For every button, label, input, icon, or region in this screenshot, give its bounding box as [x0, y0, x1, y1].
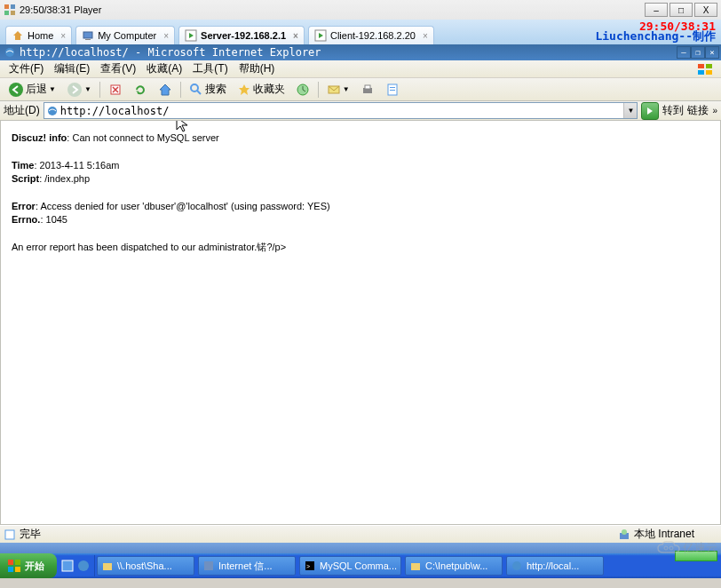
errno-text: : 1045: [40, 214, 67, 225]
go-button[interactable]: [641, 102, 659, 120]
quick-launch: [57, 555, 95, 576]
svg-rect-20: [365, 85, 370, 89]
info-text: : Can not connect to MySQL server: [67, 132, 218, 143]
ie-minimize-button[interactable]: –: [677, 46, 691, 59]
favorites-button[interactable]: 收藏夹: [233, 81, 289, 99]
ie-title-text: http://localhost/ - Microsoft Internet E…: [20, 46, 321, 59]
time-label: Time: [12, 160, 34, 171]
show-desktop-icon[interactable]: [60, 559, 75, 573]
vm-tab-server[interactable]: Server-192.168.2.1 ×: [178, 26, 305, 44]
search-button[interactable]: 搜索: [185, 81, 231, 99]
tab-close-icon[interactable]: ×: [60, 31, 66, 41]
time-text: : 2013-4-11 5:16am: [34, 160, 119, 171]
history-button[interactable]: [291, 81, 314, 99]
taskbar-item[interactable]: http://local...: [506, 556, 604, 576]
player-icon: [4, 4, 16, 16]
svg-point-33: [78, 560, 89, 571]
windows-taskbar: 开始 \\.host\Sha... Internet 信... > MySQL …: [0, 553, 721, 578]
menu-help[interactable]: 帮助(H): [234, 60, 281, 78]
refresh-button[interactable]: [129, 81, 152, 99]
svg-point-14: [67, 83, 82, 97]
ie-restore-button[interactable]: ❐: [691, 46, 705, 59]
done-icon: [4, 528, 16, 541]
print-button[interactable]: [356, 81, 379, 99]
taskbar-item[interactable]: Internet 信...: [198, 556, 296, 576]
ie-icon: [511, 560, 523, 572]
iis-icon: [202, 560, 215, 572]
links-label[interactable]: 链接: [687, 103, 709, 118]
forward-button[interactable]: ▼: [62, 81, 96, 99]
address-input[interactable]: [60, 103, 624, 118]
ie-window-controls: – ❐ ×: [677, 46, 719, 59]
tab-label: Client-192.168.2.20: [330, 30, 416, 41]
computer-icon: [82, 29, 94, 42]
svg-rect-10: [706, 64, 712, 68]
menu-view[interactable]: 查看(V): [95, 60, 141, 78]
ie-addressbar: 地址(D) ▼ 转到 链接 »: [0, 101, 721, 121]
tab-label: My Computer: [98, 30, 156, 41]
status-text: 完毕: [20, 527, 41, 542]
menu-favorites[interactable]: 收藏(A): [141, 60, 187, 78]
menu-file[interactable]: 文件(F): [4, 60, 49, 78]
menu-tools[interactable]: 工具(T): [187, 60, 233, 78]
taskbar-item[interactable]: C:\Inetpub\w...: [405, 556, 503, 576]
vm-tab-client[interactable]: Client-192.168.2.20 ×: [308, 26, 434, 44]
start-button[interactable]: 开始: [0, 553, 57, 578]
task-label: Internet 信...: [218, 560, 273, 573]
task-label: \\.host\Sha...: [117, 560, 172, 571]
menu-edit[interactable]: 编辑(E): [49, 60, 95, 78]
svg-rect-22: [390, 87, 395, 88]
ie-close-button[interactable]: ×: [705, 46, 719, 59]
tab-close-icon[interactable]: ×: [423, 31, 428, 41]
mail-button[interactable]: ▼: [322, 81, 354, 99]
stop-icon: [108, 83, 123, 97]
edit-button[interactable]: [381, 81, 404, 99]
dropdown-icon: ▼: [49, 85, 56, 93]
vm-tab-bar: 29:50/38:31 Liuchenchang--制作 Home × My C…: [0, 20, 721, 44]
tab-label: Home: [28, 30, 53, 41]
player-titlebar: 29:50/38:31 Player – □ X: [0, 0, 721, 20]
back-arrow-icon: [8, 82, 24, 98]
svg-point-13: [9, 83, 23, 97]
vm-tab-home[interactable]: Home ×: [5, 26, 72, 44]
print-icon: [360, 83, 375, 97]
svg-point-40: [664, 546, 668, 550]
home-button[interactable]: [154, 81, 177, 99]
play-icon: [185, 29, 197, 42]
tab-close-icon[interactable]: ×: [293, 31, 298, 41]
tab-label: Server-192.168.2.1: [201, 30, 286, 41]
tab-close-icon[interactable]: ×: [163, 31, 169, 41]
back-button[interactable]: 后退 ▼: [4, 81, 60, 99]
vm-tab-mycomputer[interactable]: My Computer ×: [75, 26, 175, 44]
player-title-text: 29:50/38:31 Player: [20, 4, 101, 15]
taskbar-item[interactable]: \\.host\Sha...: [97, 556, 194, 576]
svg-point-27: [622, 529, 627, 535]
svg-rect-29: [15, 560, 20, 565]
svg-rect-3: [11, 11, 15, 15]
minimize-button[interactable]: –: [645, 3, 668, 17]
home-icon: [158, 83, 172, 97]
close-button[interactable]: X: [694, 3, 717, 17]
ie-titlebar: http://localhost/ - Microsoft Internet E…: [0, 44, 721, 60]
svg-rect-12: [706, 70, 712, 75]
folder-icon: [409, 560, 422, 572]
svg-rect-11: [698, 70, 704, 75]
task-label: C:\Inetpub\w...: [425, 560, 487, 571]
address-dropdown-button[interactable]: ▼: [623, 103, 637, 118]
svg-rect-4: [83, 32, 92, 38]
maximize-button[interactable]: □: [670, 3, 693, 17]
player-window-controls: – □ X: [645, 3, 717, 17]
home-icon: [12, 29, 24, 42]
ie-quick-icon[interactable]: [76, 559, 91, 573]
toolbar-separator: [318, 82, 319, 98]
forward-arrow-icon: [67, 82, 83, 98]
svg-rect-28: [8, 560, 13, 565]
dropdown-icon: ▼: [84, 85, 91, 93]
taskbar-item[interactable]: > MySQL Comma...: [299, 556, 401, 576]
ie-page-icon: [46, 105, 59, 117]
go-arrow-icon: [645, 106, 655, 116]
links-chevron-icon[interactable]: »: [712, 106, 717, 115]
search-label: 搜索: [205, 82, 226, 97]
stop-button[interactable]: [104, 81, 127, 99]
info-label: Discuz! info: [12, 132, 67, 143]
